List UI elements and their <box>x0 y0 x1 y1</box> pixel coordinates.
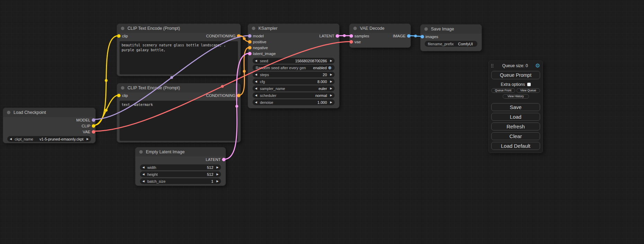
save-button[interactable]: Save <box>491 103 540 111</box>
queue-front-button[interactable]: Queue Front <box>491 88 515 93</box>
samples-input-slot[interactable] <box>350 34 353 38</box>
sampler-name-widget[interactable]: ◀ sampler_name euler ▶ <box>253 85 335 91</box>
load-button[interactable]: Load <box>491 113 540 121</box>
random-seed-toggle-widget[interactable]: Random seed after every gen enabled <box>253 65 335 71</box>
increment-arrow-icon[interactable]: ▶ <box>330 101 332 104</box>
increment-arrow-icon[interactable]: ▶ <box>217 173 219 176</box>
decrement-arrow-icon[interactable]: ◀ <box>255 60 257 62</box>
conditioning-output-slot[interactable] <box>237 34 240 38</box>
node-empty-latent-image[interactable]: Empty Latent Image LATENT ◀ width 512 ▶ … <box>135 147 226 186</box>
slot-row: clip CONDITIONING <box>117 92 240 98</box>
latent-output-label: LATENT <box>319 34 334 38</box>
batch-size-widget[interactable]: ◀ batch_size 1 ▶ <box>140 178 221 184</box>
increment-arrow-icon[interactable]: ▶ <box>330 87 332 90</box>
output-slot-row: CLIP <box>3 123 95 129</box>
node-header[interactable]: Load Checkpoint <box>3 108 95 117</box>
filename-prefix-widget[interactable]: filename_prefix ComfyUI <box>425 41 477 47</box>
slot-row: samples IMAGE <box>350 33 411 39</box>
node-clip-text-encode-negative[interactable]: CLIP Text Encode (Prompt) clip CONDITION… <box>117 83 241 143</box>
decrement-arrow-icon[interactable]: ◀ <box>255 73 257 76</box>
node-header[interactable]: Save Image <box>421 25 482 34</box>
clear-button[interactable]: Clear <box>491 132 540 140</box>
node-collapse-dot-icon[interactable] <box>353 27 357 30</box>
denoise-widget[interactable]: ◀ denoise 1.000 ▶ <box>253 99 335 105</box>
node-collapse-dot-icon[interactable] <box>121 27 124 30</box>
wire-clip-to-negative-prompt[interactable] <box>94 95 118 125</box>
clip-input-slot[interactable] <box>117 94 121 97</box>
steps-widget[interactable]: ◀ steps 20 ▶ <box>253 72 335 78</box>
positive-prompt-textarea[interactable]: beautiful scenery nature glass bottle la… <box>120 41 238 74</box>
model-output-slot[interactable] <box>92 118 95 122</box>
wire-clip-to-positive-prompt[interactable] <box>94 36 118 125</box>
decrement-arrow-icon[interactable]: ◀ <box>255 94 257 97</box>
latent-image-input-label: latent_image <box>253 52 276 56</box>
node-vae-decode[interactable]: VAE Decode samples IMAGE vae <box>349 24 411 48</box>
drag-handle-icon[interactable] <box>491 64 494 68</box>
height-widget[interactable]: ◀ height 512 ▶ <box>140 171 221 177</box>
node-header[interactable]: Empty Latent Image <box>135 147 226 156</box>
positive-input-slot[interactable] <box>248 40 252 44</box>
latent-output-slot[interactable] <box>336 34 339 38</box>
view-history-button[interactable]: View History <box>503 94 529 99</box>
increment-arrow-icon[interactable]: ▶ <box>330 73 332 76</box>
decrement-arrow-icon[interactable]: ◀ <box>255 101 257 104</box>
decrement-arrow-icon[interactable]: ◀ <box>142 166 144 169</box>
node-collapse-dot-icon[interactable] <box>252 27 255 30</box>
vae-input-slot[interactable] <box>350 40 353 44</box>
ckpt-name-widget[interactable]: ◀ ckpt_name v1-5-pruned-emaonly.ckpt ▶ <box>7 136 91 142</box>
extra-options-checkbox[interactable] <box>527 83 531 86</box>
width-widget[interactable]: ◀ width 512 ▶ <box>140 164 221 170</box>
cfg-widget[interactable]: ◀ cfg 8.000 ▶ <box>253 79 335 84</box>
decrement-arrow-icon[interactable]: ◀ <box>255 80 257 83</box>
latent-output-label: LATENT <box>206 157 221 162</box>
decrement-arrow-icon[interactable]: ◀ <box>10 138 12 141</box>
settings-gear-icon[interactable]: ⚙ <box>535 63 540 69</box>
node-save-image[interactable]: Save Image images filename_prefix ComfyU… <box>420 24 482 51</box>
clip-output-slot[interactable] <box>92 124 95 128</box>
queue-prompt-button[interactable]: Queue Prompt <box>491 71 540 79</box>
node-collapse-dot-icon[interactable] <box>139 150 143 154</box>
increment-arrow-icon[interactable]: ▶ <box>217 180 219 183</box>
decrement-arrow-icon[interactable]: ◀ <box>142 180 144 183</box>
negative-input-slot[interactable] <box>248 46 252 49</box>
node-title: Empty Latent Image <box>146 150 185 154</box>
increment-arrow-icon[interactable]: ▶ <box>217 166 219 169</box>
vae-output-slot[interactable] <box>92 130 95 134</box>
node-collapse-dot-icon[interactable] <box>121 86 124 90</box>
increment-arrow-icon[interactable]: ▶ <box>330 60 332 62</box>
increment-arrow-icon[interactable]: ▶ <box>330 80 332 83</box>
image-output-slot[interactable] <box>407 34 411 38</box>
model-input-slot[interactable] <box>248 34 252 38</box>
widget-label: scheduler <box>260 93 276 98</box>
decrement-arrow-icon[interactable]: ◀ <box>142 173 144 176</box>
latent-image-input-slot[interactable] <box>248 52 252 55</box>
node-collapse-dot-icon[interactable] <box>424 27 428 31</box>
wire-midpoint-dot <box>243 70 246 73</box>
comfy-menu-panel[interactable]: Queue size: 0 ⚙ Queue Prompt Extra optio… <box>488 61 543 153</box>
conditioning-output-slot[interactable] <box>237 94 240 97</box>
slot-row: vae <box>350 39 411 45</box>
node-collapse-dot-icon[interactable] <box>7 111 10 114</box>
node-header[interactable]: CLIP Text Encode (Prompt) <box>117 83 240 92</box>
load-default-button[interactable]: Load Default <box>491 142 540 150</box>
scheduler-widget[interactable]: ◀ scheduler normal ▶ <box>253 92 335 98</box>
increment-arrow-icon[interactable]: ▶ <box>330 94 332 97</box>
node-clip-text-encode-positive[interactable]: CLIP Text Encode (Prompt) clip CONDITION… <box>117 24 241 76</box>
toggle-dot-icon[interactable] <box>328 66 332 70</box>
node-ksampler[interactable]: KSampler model LATENT positive negative … <box>248 24 339 108</box>
seed-widget[interactable]: ◀ seed 156680208700286 ▶ <box>253 58 335 64</box>
node-load-checkpoint[interactable]: Load Checkpoint MODEL CLIP VAE ◀ ckpt_na… <box>3 108 96 143</box>
node-graph-canvas[interactable]: Load Checkpoint MODEL CLIP VAE ◀ ckpt_na… <box>0 0 644 244</box>
refresh-button[interactable]: Refresh <box>491 123 540 130</box>
images-input-slot[interactable] <box>421 35 424 38</box>
images-input-label: images <box>425 35 438 39</box>
view-queue-button[interactable]: View Queue <box>517 88 540 93</box>
node-header[interactable]: CLIP Text Encode (Prompt) <box>117 24 240 33</box>
decrement-arrow-icon[interactable]: ◀ <box>255 87 257 90</box>
latent-output-slot[interactable] <box>222 158 226 161</box>
clip-input-slot[interactable] <box>117 34 121 38</box>
node-header[interactable]: KSampler <box>248 24 339 33</box>
negative-prompt-textarea[interactable]: text, watermark <box>120 101 238 141</box>
node-header[interactable]: VAE Decode <box>350 24 411 33</box>
increment-arrow-icon[interactable]: ▶ <box>87 138 89 141</box>
